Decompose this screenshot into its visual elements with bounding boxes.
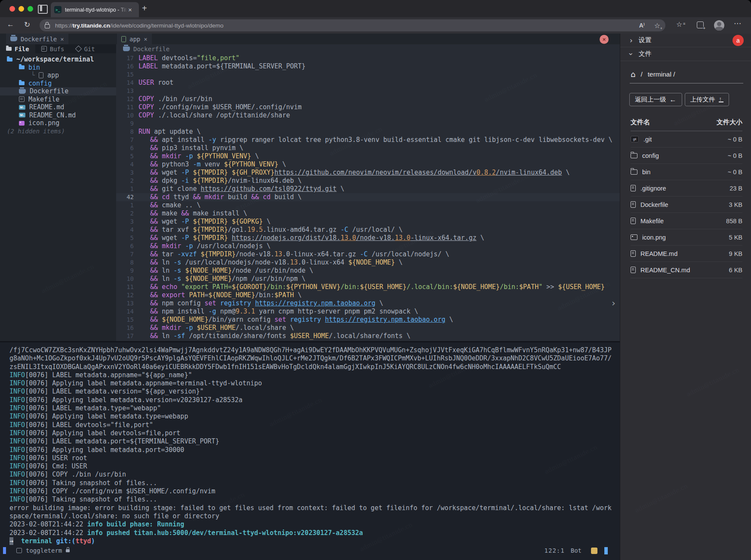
tree-item-readme-md[interactable]: M↓README.md bbox=[0, 103, 116, 111]
close-editor-button[interactable]: × bbox=[600, 35, 609, 44]
panel-collapse-chevron[interactable]: › bbox=[612, 298, 616, 308]
terminal-panel[interactable]: /fj7CcwoCW7ZXBc3snKxZNYHpbh7uhwOvx2lsi4W… bbox=[0, 341, 620, 560]
tab-close-icon[interactable]: × bbox=[128, 6, 132, 13]
close-icon[interactable]: × bbox=[60, 36, 64, 43]
address-bar[interactable]: https://try.titanide.cn/ide/web/coding/t… bbox=[40, 19, 665, 31]
code-line[interactable]: 7 && tar -xvzf ${TMPDIR}/node-v18.13.0-l… bbox=[116, 250, 620, 258]
home-icon[interactable]: ⌂ bbox=[631, 70, 635, 79]
editor-buffer-tab[interactable]: app × bbox=[117, 34, 152, 44]
code-line[interactable]: 10 && ln -s ${NODE_HOME}/npm /usr/bin/np… bbox=[116, 275, 620, 283]
file-row-dockerfile[interactable]: Dockerfile3 KB bbox=[631, 197, 742, 213]
code-line[interactable]: 8 && ln -s /usr/local/nodejs/node-v18.13… bbox=[116, 258, 620, 267]
code-line[interactable]: 12 && export PATH=${NODE_HOME}/bin:$PATH… bbox=[116, 291, 620, 299]
code-line[interactable]: 4 && python3 -m venv ${PYTHON_VENV} \ bbox=[116, 160, 620, 169]
code-line[interactable]: 5 && wget -P ${TMPDIR} https://nodejs.or… bbox=[116, 234, 620, 242]
tree-item-makefile[interactable]: Makefile bbox=[0, 95, 116, 104]
window-close-button[interactable] bbox=[9, 6, 15, 12]
back-arrow-icon: ← bbox=[670, 96, 677, 104]
section-settings[interactable]: › 设置 a bbox=[620, 34, 751, 47]
file-row-readme-cn-md[interactable]: README_CN.md6 KB bbox=[631, 262, 742, 278]
browser-sidebar-icon[interactable] bbox=[38, 5, 48, 14]
sidebar-tab-git[interactable]: Git bbox=[70, 44, 101, 53]
sidebar-buffer-tab[interactable]: Dockerfile × bbox=[6, 34, 68, 44]
code-line[interactable]: 14 && npm install -g npm@9.3.1 yarn cnpm… bbox=[116, 308, 620, 316]
code-line[interactable]: 8RUN apt update \ bbox=[116, 128, 620, 136]
collections-icon[interactable] bbox=[697, 22, 704, 28]
code-line[interactable]: 1 && cmake .. \ bbox=[116, 201, 620, 209]
sidebar-tab-file[interactable]: File bbox=[0, 44, 35, 53]
tree-item-app[interactable]: └ app bbox=[0, 71, 116, 80]
code-line[interactable]: 16LABEL metadata.port=${TERMINAL_SERVER_… bbox=[116, 62, 620, 71]
upload-button[interactable]: 上传文件 bbox=[685, 93, 729, 106]
code-line[interactable]: 2 && make && make install \ bbox=[116, 209, 620, 218]
read-aloud-icon[interactable]: A) bbox=[639, 22, 645, 29]
file-row--gitignore[interactable]: .gitignore23 B bbox=[631, 180, 742, 197]
code-line[interactable]: 3 && wget -P ${TMPDIR} ${GOPKG} \ bbox=[116, 218, 620, 226]
code-line[interactable]: 17 && ln -sf /opt/titanide/share/fonts $… bbox=[116, 332, 620, 340]
ide-region: Dockerfile × app × × FileBufsGit ~/works… bbox=[0, 34, 620, 341]
code-line[interactable]: 9 bbox=[116, 120, 620, 128]
file-row-readme-md[interactable]: README.md9 KB bbox=[631, 246, 742, 262]
code-line[interactable]: 13 && npm config set registry https://re… bbox=[116, 299, 620, 308]
code-line[interactable]: 3 && wget -P ${TMPDIR} ${GH_PROXY}https:… bbox=[116, 169, 620, 177]
status-badge bbox=[591, 548, 597, 554]
tree-item-readme-cn-md[interactable]: M↓README_CN.md bbox=[0, 111, 116, 120]
file-row-config[interactable]: config~ 0 B bbox=[631, 148, 742, 164]
section-files[interactable]: › 文件 bbox=[620, 47, 751, 61]
code-line[interactable]: 6 && mkdir -p /usr/local/nodejs \ bbox=[116, 242, 620, 250]
close-icon[interactable]: × bbox=[144, 36, 147, 43]
file-row-bin[interactable]: bin~ 0 B bbox=[631, 164, 742, 180]
file-row-icon-png[interactable]: icon.png5 KB bbox=[631, 229, 742, 246]
line-number: 15 bbox=[116, 71, 139, 79]
code-line[interactable]: 16 && mkdir -p $USER_HOME/.local/share \ bbox=[116, 324, 620, 332]
more-menu-icon[interactable]: ⋯ bbox=[734, 19, 741, 28]
line-number: 14 bbox=[116, 308, 139, 316]
back-icon[interactable]: ← bbox=[7, 20, 14, 29]
file-row-makefile[interactable]: Makefile858 B bbox=[631, 213, 742, 229]
code-line[interactable]: 7 && apt install -y ripgrep ranger lolca… bbox=[116, 136, 620, 144]
favorites-bar-icon[interactable]: ☆≡ bbox=[676, 21, 682, 28]
code-line[interactable]: 5 && mkdir -p ${PYTHON_VENV} \ bbox=[116, 152, 620, 160]
tree-item-icon-png[interactable]: icon.png bbox=[0, 119, 116, 127]
profile-avatar[interactable] bbox=[714, 20, 724, 31]
code-line[interactable]: 1 && git clone https://github.com/tsl092… bbox=[116, 185, 620, 193]
tree-item-config[interactable]: config bbox=[0, 80, 116, 88]
browser-tab[interactable]: >_ terminal-ttyd-wlotnipo - TitanI × bbox=[51, 2, 139, 17]
code-line[interactable]: 9 && ln -s ${NODE_HOME}/node /usr/bin/no… bbox=[116, 267, 620, 275]
code-line[interactable]: 11COPY ./config/nvim $USER_HOME/.config/… bbox=[116, 103, 620, 111]
code-editor[interactable]: Dockerfile 17LABEL devtools="file,port"1… bbox=[116, 44, 620, 341]
sidebar-tab-bufs[interactable]: Bufs bbox=[35, 44, 71, 53]
code-line[interactable]: 13 bbox=[116, 87, 620, 95]
code-line[interactable]: 17LABEL devtools="file,port" bbox=[116, 54, 620, 62]
window-minimize-button[interactable] bbox=[18, 6, 24, 12]
terminal-line: INFO[0076] Applying label metadata.type=… bbox=[9, 412, 620, 421]
terminal-line: INFO[0076] LABEL devtools="file,port" bbox=[9, 421, 620, 429]
code-line[interactable]: 6 && pip3 install pynvim \ bbox=[116, 144, 620, 152]
file-row--git[interactable]: git.git~ 0 B bbox=[631, 131, 742, 148]
file-name: icon.png bbox=[642, 234, 666, 241]
code-line[interactable]: 15 bbox=[116, 71, 620, 79]
new-tab-button[interactable]: + bbox=[142, 3, 147, 13]
tree-item-bin[interactable]: bin bbox=[0, 64, 116, 72]
go-up-button[interactable]: 返回上一级 ← bbox=[629, 93, 682, 106]
code-line[interactable]: 14USER root bbox=[116, 79, 620, 87]
line-number: 16 bbox=[116, 324, 139, 332]
add-favorite-icon[interactable]: ☆+ bbox=[654, 22, 660, 30]
url-text[interactable]: https://try.titanide.cn/ide/web/coding/t… bbox=[55, 22, 223, 29]
code-line-current[interactable]: 42 && cd ttyd && mkdir build && cd build… bbox=[116, 193, 620, 201]
code-line[interactable]: 4 && tar xvf ${TMPDIR}/go1.19.5.linux-am… bbox=[116, 226, 620, 234]
window-zoom-button[interactable] bbox=[28, 6, 33, 12]
reload-icon[interactable]: ↻ bbox=[24, 20, 30, 29]
user-badge[interactable]: a bbox=[733, 35, 744, 46]
markdown-icon: M↓ bbox=[19, 113, 25, 117]
file-name: README_CN.md bbox=[640, 267, 690, 274]
code-line[interactable]: 2 && dpkg -i ${TMPDIR}/nvim-linux64.deb … bbox=[116, 177, 620, 185]
code-line[interactable]: 11 && echo "export PATH=${GOROOT}/bin:${… bbox=[116, 283, 620, 291]
code-line[interactable]: 15 && ${NODE_HOME}/bin/yarn config set r… bbox=[116, 316, 620, 324]
tree-item-label: app bbox=[47, 71, 59, 79]
tree-item-dockerfile[interactable]: Dockerfile bbox=[0, 87, 116, 95]
tree-item--workspace-terminal[interactable]: ~/workspace/terminal bbox=[0, 55, 116, 64]
tree-item-label: Dockerfile bbox=[30, 87, 68, 95]
code-line[interactable]: 10COPY ./.local/share /opt/titanide/shar… bbox=[116, 111, 620, 120]
code-line[interactable]: 12COPY ./bin /usr/bin bbox=[116, 95, 620, 103]
